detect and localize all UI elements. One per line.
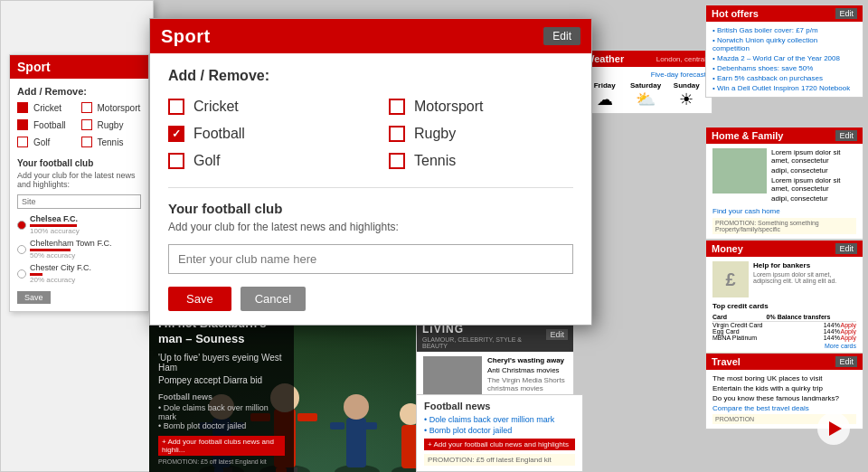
- svg-point-17: [344, 394, 369, 420]
- add-remove-title: Add / Remove:: [168, 68, 573, 84]
- forecast-link[interactable]: Five-day forecast: [585, 71, 706, 79]
- motorsport-checkbox-main[interactable]: [389, 99, 405, 115]
- list-item[interactable]: Chester City F.C. 20% accuracy: [17, 263, 141, 284]
- sport-item-cricket[interactable]: Cricket: [168, 99, 353, 115]
- play-button[interactable]: [817, 412, 850, 445]
- list-item[interactable]: Motorsport: [81, 102, 142, 113]
- left-sport-panel: Sport Add / Remove: Cricket Motorsport F…: [9, 54, 149, 312]
- weather-icon-sun: ☀: [667, 90, 706, 109]
- motorsport-checkbox[interactable]: [81, 102, 92, 113]
- svg-rect-18: [330, 422, 344, 430]
- card-apply-1[interactable]: Apply: [840, 322, 856, 329]
- golf-checkbox[interactable]: [17, 137, 28, 147]
- sport-item-golf[interactable]: Golf: [168, 153, 353, 169]
- chelsea-radio[interactable]: [17, 221, 26, 230]
- hm-item-3: Lorem ipsum dolor sit amet, consectetur: [771, 176, 856, 193]
- football-checkbox-main[interactable]: [168, 126, 184, 142]
- weather-day-sun: Sunday ☀: [667, 81, 706, 109]
- svg-rect-12: [297, 413, 317, 421]
- fn-item-link-1[interactable]: • Dole claims back over million mark: [424, 415, 575, 424]
- football-checkbox[interactable]: [17, 119, 28, 130]
- hot-offers-edit[interactable]: Edit: [835, 8, 857, 19]
- tennis-checkbox[interactable]: [81, 137, 92, 147]
- find-home-link[interactable]: Find your cash home: [712, 207, 856, 215]
- christmas-item[interactable]: Anti Christmas movies: [487, 366, 567, 374]
- hot-offer-6[interactable]: • Win a Dell Outlet Inspiron 1720 Notebo…: [712, 84, 856, 92]
- left-save-button[interactable]: Save: [17, 291, 51, 304]
- travel-item-1[interactable]: The most boring UK places to visit: [712, 374, 856, 382]
- hot-offer-2[interactable]: • Norwich Union quirky collection compet…: [712, 36, 856, 52]
- credit-section: Top credit cards Card 0% Balance transfe…: [706, 302, 863, 349]
- chester-radio[interactable]: [17, 269, 26, 278]
- list-item[interactable]: Football: [17, 119, 78, 130]
- save-button[interactable]: Save: [168, 287, 231, 311]
- list-item[interactable]: Golf: [17, 137, 78, 147]
- cheltenham-radio[interactable]: [17, 245, 26, 254]
- hot-offer-4[interactable]: • Debenhams shoes: save 50%: [712, 64, 856, 72]
- list-item[interactable]: Chelsea F.C. 100% accuracy: [17, 214, 141, 235]
- your-club-mini-title: Your football club: [17, 158, 141, 168]
- list-item[interactable]: Cricket: [17, 102, 78, 113]
- chester-accuracy: 20% accuracy: [30, 276, 91, 284]
- weather-icon-sat: ⛅: [626, 90, 665, 109]
- travel-edit[interactable]: Edit: [835, 356, 857, 367]
- rugby-checkbox[interactable]: [81, 119, 92, 130]
- list-item[interactable]: Cheltenham Town F.C. 50% accuracy: [17, 239, 141, 260]
- weather-panel: Weather London, central Five-day forecas…: [579, 50, 712, 114]
- add-club-link[interactable]: + Add your football clubs news and highl…: [158, 436, 285, 456]
- card-apply-3[interactable]: Apply: [840, 335, 856, 341]
- sport-item-rugby[interactable]: Rugby: [389, 126, 573, 142]
- travel-item-3[interactable]: Do you know these famous landmarks?: [712, 394, 856, 402]
- travel-title: Travel: [712, 356, 741, 367]
- golf-checkbox-main[interactable]: [168, 153, 184, 169]
- rugby-checkbox-main[interactable]: [389, 126, 405, 142]
- chester-name: Chester City F.C.: [30, 263, 91, 272]
- card-date-3: 14: [764, 335, 830, 341]
- modal-buttons: Save Cancel: [168, 287, 573, 311]
- sport-item-tennis[interactable]: Tennis: [389, 153, 573, 169]
- card-rate-3: 4%: [830, 335, 839, 341]
- modal-edit-button[interactable]: Edit: [543, 27, 580, 45]
- your-club-section: Your football club Add your club for the…: [168, 187, 573, 311]
- sports-grid: Cricket Motorsport Football Rugby Golf: [168, 99, 573, 169]
- virgin-item[interactable]: The Virgin Media Shorts christmas movies: [487, 376, 567, 392]
- list-item[interactable]: Rugby: [81, 119, 142, 130]
- tennis-checkbox-main[interactable]: [389, 153, 405, 169]
- cheryl-item[interactable]: Cheryl's wasting away: [487, 356, 567, 364]
- home-market-edit[interactable]: Edit: [835, 130, 857, 141]
- club-name-input[interactable]: [168, 244, 573, 274]
- fn-item-link-2[interactable]: • Bomb plot doctor jailed: [424, 426, 575, 435]
- hot-offer-1[interactable]: • British Gas boiler cover: £7 p/m: [712, 26, 856, 34]
- cancel-button[interactable]: Cancel: [241, 287, 306, 311]
- add-club-highlight[interactable]: + Add your football club news and highli…: [424, 439, 575, 450]
- card-apply-2[interactable]: Apply: [840, 328, 856, 335]
- modal-header: Sport Edit: [150, 19, 591, 53]
- sport-item-football[interactable]: Football: [168, 126, 353, 142]
- card-name-3: MBNA Platinum: [712, 335, 764, 341]
- motorsport-label: Motorsport: [414, 99, 483, 115]
- more-cards-link[interactable]: More cards: [712, 343, 856, 349]
- money-edit[interactable]: Edit: [835, 243, 857, 254]
- cheltenham-name: Cheltenham Town F.C.: [30, 239, 111, 248]
- col-period: [830, 313, 839, 322]
- cricket-checkbox[interactable]: [17, 102, 28, 113]
- sport-item-motorsport[interactable]: Motorsport: [389, 99, 573, 115]
- list-item[interactable]: Tennis: [81, 137, 142, 147]
- table-row[interactable]: Virgin Credit Card 14 4% Apply: [712, 322, 856, 329]
- living-edit[interactable]: Edit: [546, 329, 568, 340]
- table-row[interactable]: MBNA Platinum 14 4% Apply: [712, 335, 856, 341]
- sport-label-rugby: Rugby: [98, 120, 124, 130]
- club-search-input[interactable]: [17, 194, 141, 209]
- table-row[interactable]: Egg Card 14 4% Apply: [712, 328, 856, 335]
- travel-item-2[interactable]: Entertain the kids with a quirky trip: [712, 384, 856, 392]
- money-text: Help for bankers Lorem ipsum dolor sit a…: [753, 261, 856, 297]
- weather-location: London, central: [656, 55, 706, 63]
- left-sports-grid: Cricket Motorsport Football Rugby Golf T…: [17, 102, 141, 151]
- rugby-label: Rugby: [414, 126, 456, 142]
- hot-offer-5[interactable]: • Earn 5% cashback on purchases: [712, 74, 856, 82]
- travel-compare-link[interactable]: Compare the best travel deals: [712, 404, 856, 412]
- football-news-section: Football news • Dole claims back over mi…: [416, 394, 583, 472]
- golf-label: Golf: [193, 153, 220, 169]
- cricket-checkbox-main[interactable]: [168, 99, 184, 115]
- hot-offer-3[interactable]: • Mazda 2 – World Car of the Year 2008: [712, 54, 856, 62]
